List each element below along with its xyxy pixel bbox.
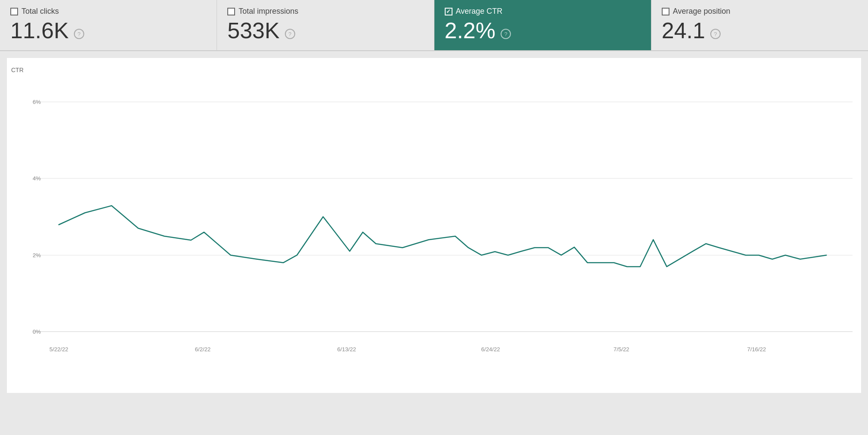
- x-label-613: 6/13/22: [337, 346, 356, 353]
- metric-label-total-impressions: Total impressions: [238, 7, 298, 16]
- chart-area: CTR 6% 4% 2% 0% 5/22/22 6/2/22 6/13/22 6…: [7, 58, 861, 393]
- metric-value-average-ctr: 2.2%: [445, 19, 496, 42]
- chart-svg: 6% 4% 2% 0% 5/22/22 6/2/22 6/13/22 6/24/…: [33, 67, 853, 376]
- metric-label-average-ctr: Average CTR: [456, 7, 503, 16]
- help-icon-average-ctr[interactable]: ?: [501, 29, 511, 39]
- y-label-4pct: 4%: [33, 175, 41, 182]
- metric-value-average-position: 24.1: [662, 19, 705, 42]
- x-label-716: 7/16/22: [747, 346, 766, 353]
- x-label-624: 6/24/22: [481, 346, 500, 353]
- metric-card-total-clicks[interactable]: Total clicks 11.6K ?: [0, 0, 217, 50]
- help-icon-average-position[interactable]: ?: [710, 29, 721, 39]
- y-label-0pct: 0%: [33, 329, 41, 335]
- x-label-522: 5/22/22: [49, 346, 68, 353]
- metrics-bar: Total clicks 11.6K ? Total impressions 5…: [0, 0, 868, 51]
- x-label-62: 6/2/22: [195, 346, 211, 353]
- help-icon-total-clicks[interactable]: ?: [74, 29, 84, 39]
- ctr-line: [59, 206, 826, 267]
- checkbox-total-clicks[interactable]: [10, 8, 18, 15]
- checkbox-average-position[interactable]: [662, 8, 669, 15]
- chart-y-axis-label: CTR: [11, 67, 24, 73]
- y-label-2pct: 2%: [33, 252, 41, 259]
- metric-card-total-impressions[interactable]: Total impressions 533K ?: [217, 0, 434, 50]
- metric-value-total-clicks: 11.6K: [10, 19, 69, 42]
- metric-card-average-ctr[interactable]: Average CTR 2.2% ?: [434, 0, 651, 50]
- checkbox-average-ctr[interactable]: [445, 8, 452, 15]
- checkbox-total-impressions[interactable]: [227, 8, 235, 15]
- metric-label-average-position: Average position: [673, 7, 730, 16]
- help-icon-total-impressions[interactable]: ?: [285, 29, 295, 39]
- y-label-6pct: 6%: [33, 99, 41, 105]
- metric-label-total-clicks: Total clicks: [21, 7, 59, 16]
- x-label-75: 7/5/22: [614, 346, 630, 353]
- metric-card-average-position[interactable]: Average position 24.1 ?: [651, 0, 868, 50]
- metric-value-total-impressions: 533K: [227, 19, 279, 42]
